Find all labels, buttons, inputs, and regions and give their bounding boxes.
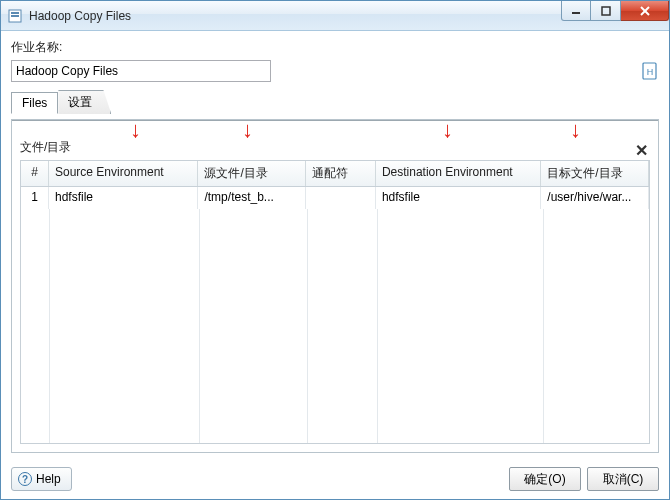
cell-src-env[interactable]: hdfsfile <box>49 187 199 209</box>
table-row[interactable]: 1 hdfsfile /tmp/test_b... hdfsfile /user… <box>21 187 649 209</box>
job-name-input[interactable] <box>11 60 271 82</box>
clear-icon[interactable]: ✕ <box>635 141 648 160</box>
tab-files[interactable]: Files <box>11 92 58 114</box>
cancel-button[interactable]: 取消(C) <box>587 467 659 491</box>
files-grid: # Source Environment 源文件/目录 通配符 Destinat… <box>20 160 650 444</box>
document-icon[interactable]: H <box>641 61 659 81</box>
svg-rect-1 <box>11 12 19 14</box>
help-label: Help <box>36 472 61 486</box>
cell-src-path[interactable]: /tmp/test_b... <box>198 187 306 209</box>
dialog-window: Hadoop Copy Files 作业名称: H Files 设置 ↓ ↓ ↓… <box>0 0 670 500</box>
files-panel: ↓ ↓ ↓ ↓ 文件/目录 ✕ # Source Environment 源文件… <box>11 119 659 453</box>
col-dest-env[interactable]: Destination Environment <box>376 161 541 186</box>
tab-settings[interactable]: 设置 <box>58 90 111 114</box>
col-source-path[interactable]: 源文件/目录 <box>198 161 306 186</box>
tab-strip: Files 设置 <box>11 90 659 114</box>
window-title: Hadoop Copy Files <box>29 9 561 23</box>
dialog-content: 作业名称: H Files 设置 ↓ ↓ ↓ ↓ 文件/目录 ✕ # <box>1 31 669 459</box>
col-index[interactable]: # <box>21 161 49 186</box>
col-source-env[interactable]: Source Environment <box>49 161 199 186</box>
help-button[interactable]: ? Help <box>11 467 72 491</box>
files-section-label: 文件/目录 <box>20 139 650 156</box>
col-dest-path[interactable]: 目标文件/目录 <box>541 161 649 186</box>
cell-dst-env[interactable]: hdfsfile <box>376 187 541 209</box>
app-icon <box>7 8 23 24</box>
svg-rect-2 <box>11 15 19 17</box>
grid-header: # Source Environment 源文件/目录 通配符 Destinat… <box>21 161 649 187</box>
titlebar[interactable]: Hadoop Copy Files <box>1 1 669 31</box>
maximize-button[interactable] <box>591 1 621 21</box>
close-button[interactable] <box>621 1 669 21</box>
col-glob[interactable]: 通配符 <box>306 161 376 186</box>
cell-dst-path[interactable]: /user/hive/war... <box>541 187 649 209</box>
cell-glob[interactable] <box>306 187 376 209</box>
cell-index: 1 <box>21 187 49 209</box>
ok-button[interactable]: 确定(O) <box>509 467 581 491</box>
help-icon: ? <box>18 472 32 486</box>
svg-text:H: H <box>647 67 654 77</box>
dialog-footer: ? Help 确定(O) 取消(C) <box>1 459 669 499</box>
minimize-button[interactable] <box>561 1 591 21</box>
window-controls <box>561 1 669 21</box>
job-name-label: 作业名称: <box>11 39 659 56</box>
svg-rect-4 <box>602 7 610 15</box>
